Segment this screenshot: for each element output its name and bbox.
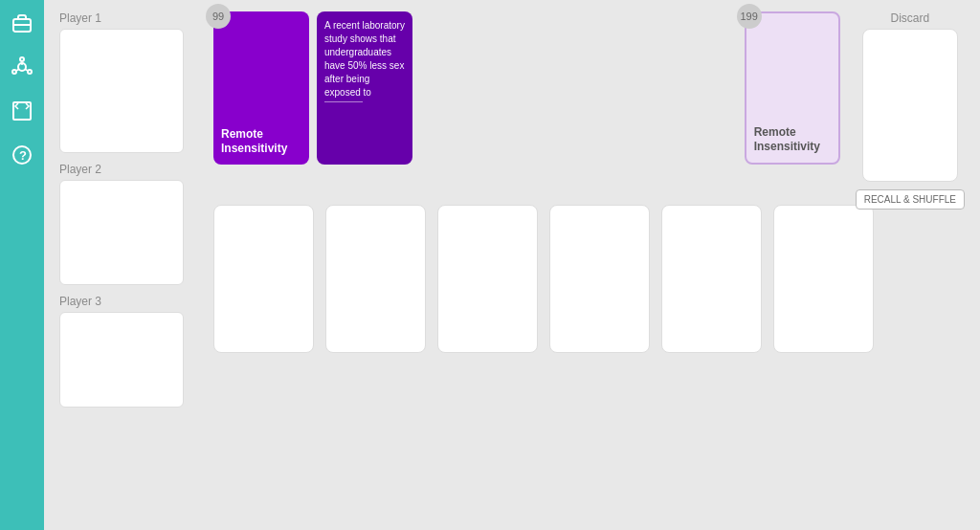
help-icon[interactable]: ? bbox=[9, 142, 35, 168]
players-panel: Player 1 Player 2 Player 3 bbox=[59, 11, 198, 519]
svg-line-8 bbox=[16, 70, 19, 72]
hand-card-5[interactable] bbox=[661, 205, 762, 353]
briefcase-icon[interactable] bbox=[9, 10, 35, 36]
svg-point-3 bbox=[20, 57, 24, 61]
player-3-section: Player 3 bbox=[59, 295, 198, 408]
player-1-section: Player 1 bbox=[59, 11, 198, 153]
svg-line-7 bbox=[26, 70, 29, 72]
purple-back-card[interactable]: Remote Insensitivity bbox=[213, 11, 309, 165]
right-deck-wrapper: 199 Remote Insensitivity bbox=[745, 11, 840, 165]
discard-column: Discard RECALL & SHUFFLE bbox=[856, 11, 965, 210]
svg-point-5 bbox=[12, 70, 16, 74]
discard-card bbox=[862, 29, 958, 182]
hand-card-3[interactable] bbox=[437, 205, 538, 353]
player-1-label: Player 1 bbox=[59, 11, 198, 25]
hand-card-2[interactable] bbox=[325, 205, 426, 353]
lavender-card-title: Remote Insensitivity bbox=[754, 125, 831, 155]
purple-back-title: Remote Insensitivity bbox=[221, 127, 301, 157]
right-deck-count: 199 bbox=[737, 4, 762, 29]
sidebar: ? bbox=[0, 0, 44, 530]
black-card-blank bbox=[324, 101, 363, 102]
player-2-card-area bbox=[59, 180, 184, 285]
player-3-card-area bbox=[59, 312, 184, 408]
player-2-label: Player 2 bbox=[59, 163, 198, 176]
svg-text:?: ? bbox=[19, 148, 27, 163]
hand-cards-row bbox=[213, 205, 965, 353]
black-deck-wrapper: 99 Remote Insensitivity bbox=[213, 11, 309, 165]
recall-shuffle-button[interactable]: RECALL & SHUFFLE bbox=[856, 189, 965, 210]
player-1-card-area bbox=[59, 29, 184, 153]
svg-point-4 bbox=[28, 70, 32, 74]
share-icon[interactable] bbox=[9, 54, 35, 80]
player-2-section: Player 2 bbox=[59, 163, 198, 285]
hand-card-1[interactable] bbox=[213, 205, 314, 353]
black-question-card[interactable]: A recent laboratory study shows that und… bbox=[317, 11, 412, 165]
expand-icon[interactable] bbox=[9, 98, 35, 124]
play-area: 99 Remote Insensitivity A recent laborat… bbox=[213, 11, 965, 519]
top-row: 99 Remote Insensitivity A recent laborat… bbox=[213, 11, 965, 193]
black-deck-count: 99 bbox=[206, 4, 231, 29]
discard-label: Discard bbox=[890, 11, 929, 25]
black-card-question-text: A recent laboratory study shows that und… bbox=[324, 20, 405, 98]
hand-card-4[interactable] bbox=[549, 205, 650, 353]
lavender-top-card[interactable]: Remote Insensitivity bbox=[745, 11, 840, 165]
hand-card-6[interactable] bbox=[773, 205, 874, 353]
player-3-label: Player 3 bbox=[59, 295, 198, 308]
main-area: Player 1 Player 2 Player 3 99 Remote Ins… bbox=[44, 0, 980, 530]
